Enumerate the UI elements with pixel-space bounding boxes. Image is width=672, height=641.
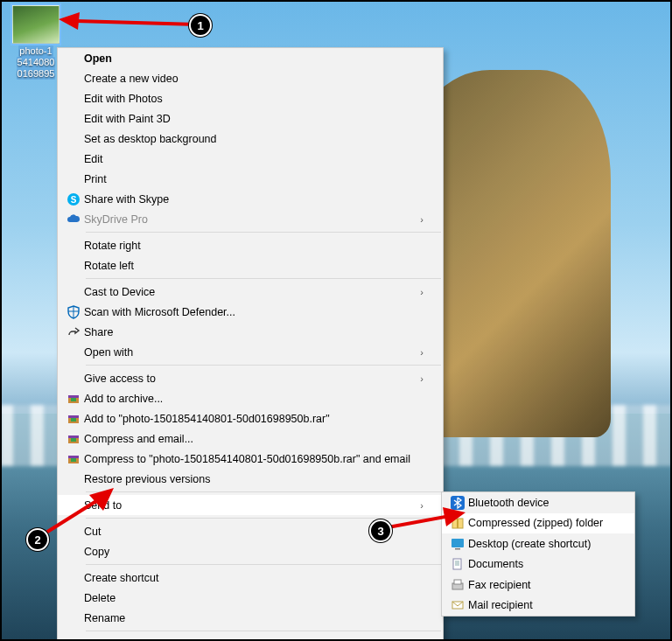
menu-edit-with-photos[interactable]: Edit with Photos <box>58 88 443 108</box>
context-menu: Open Create a new video Edit with Photos… <box>57 47 444 641</box>
menu-rotate-left[interactable]: Rotate left <box>58 255 443 275</box>
svg-rect-18 <box>455 548 460 550</box>
menu-add-to-archive[interactable]: Add to archive... <box>58 388 443 408</box>
annotation-arrow-1 <box>57 10 206 37</box>
desktop-icon <box>447 537 468 551</box>
menu-properties[interactable]: Properties <box>58 634 443 641</box>
winrar-icon <box>63 412 84 426</box>
menu-share[interactable]: Share <box>58 322 443 342</box>
menu-rename[interactable]: Rename <box>58 608 443 628</box>
winrar-icon <box>63 432 84 446</box>
menu-compress-to-named-and-email[interactable]: Compress to "photo-1501854140801-50d0169… <box>58 449 443 469</box>
svg-line-30 <box>383 516 450 528</box>
menu-open-with[interactable]: Open with› <box>58 342 443 362</box>
chevron-right-icon: › <box>420 214 424 225</box>
menu-compress-and-email[interactable]: Compress and email... <box>58 428 443 449</box>
menu-separator <box>86 631 441 631</box>
svg-rect-6 <box>68 415 79 418</box>
winrar-icon <box>63 452 84 466</box>
svg-rect-12 <box>68 456 79 458</box>
sendto-mail-recipient[interactable]: Mail recipient <box>442 596 634 617</box>
svg-rect-9 <box>68 435 79 438</box>
skydrive-icon <box>63 213 84 226</box>
chevron-right-icon: › <box>420 287 424 297</box>
menu-separator <box>86 365 441 366</box>
svg-line-26 <box>76 21 197 24</box>
documents-icon <box>447 557 468 571</box>
menu-skydrive-pro[interactable]: SkyDrive Pro› <box>58 209 443 229</box>
file-thumbnail-icon <box>12 5 60 44</box>
menu-rotate-right[interactable]: Rotate right <box>58 235 443 255</box>
menu-set-desktop-background[interactable]: Set as desktop background <box>58 129 443 149</box>
sendto-fax-recipient[interactable]: Fax recipient <box>442 575 634 596</box>
mail-icon <box>447 598 468 612</box>
svg-marker-29 <box>89 488 114 511</box>
svg-rect-13 <box>71 458 76 462</box>
menu-share-with-skype[interactable]: S Share with Skype <box>58 189 443 209</box>
menu-print[interactable]: Print <box>58 169 443 189</box>
sendto-desktop-shortcut[interactable]: Desktop (create shortcut) <box>442 533 634 554</box>
menu-scan-defender[interactable]: Scan with Microsoft Defender... <box>58 302 443 322</box>
desktop-wallpaper: photo-1 5414080 0169895 Open Create a ne… <box>0 0 672 641</box>
chevron-right-icon: › <box>420 373 424 384</box>
menu-give-access-to[interactable]: Give access to› <box>58 368 443 388</box>
callout-badge-1: 1 <box>189 14 212 37</box>
menu-create-new-video[interactable]: Create a new video <box>58 68 443 88</box>
file-label-line2: 5414080 <box>17 57 56 68</box>
file-label-line3: 0169895 <box>17 68 56 80</box>
chevron-right-icon: › <box>420 347 424 358</box>
menu-copy[interactable]: Copy <box>58 541 443 561</box>
menu-add-to-named-rar[interactable]: Add to "photo-1501854140801-50d01698950b… <box>58 408 443 428</box>
svg-rect-4 <box>71 398 76 401</box>
menu-edit[interactable]: Edit <box>58 149 443 169</box>
fax-icon <box>447 578 468 592</box>
menu-delete[interactable]: Delete <box>58 588 443 608</box>
menu-create-shortcut[interactable]: Create shortcut <box>58 568 443 588</box>
svg-rect-3 <box>68 395 79 398</box>
svg-rect-7 <box>71 418 76 422</box>
svg-rect-10 <box>71 438 76 442</box>
menu-separator <box>86 278 441 279</box>
svg-rect-19 <box>453 559 461 569</box>
svg-rect-17 <box>452 539 464 547</box>
winrar-icon <box>63 392 84 406</box>
callout-badge-2: 2 <box>26 528 49 551</box>
defender-shield-icon <box>63 305 84 319</box>
menu-separator <box>86 491 441 492</box>
menu-separator <box>86 232 441 233</box>
svg-text:S: S <box>71 195 77 205</box>
svg-marker-31 <box>443 507 466 526</box>
svg-line-28 <box>42 497 103 535</box>
menu-cast-to-device[interactable]: Cast to Device› <box>58 282 443 302</box>
svg-rect-24 <box>454 580 461 584</box>
file-label-line1: photo-1 <box>18 45 52 57</box>
menu-edit-with-paint3d[interactable]: Edit with Paint 3D <box>58 108 443 129</box>
share-icon <box>63 325 84 339</box>
skype-icon: S <box>63 192 84 206</box>
callout-badge-3: 3 <box>369 519 392 542</box>
sendto-documents[interactable]: Documents <box>442 554 634 575</box>
menu-separator <box>86 564 441 565</box>
menu-open[interactable]: Open <box>58 48 443 68</box>
svg-marker-27 <box>59 12 80 30</box>
